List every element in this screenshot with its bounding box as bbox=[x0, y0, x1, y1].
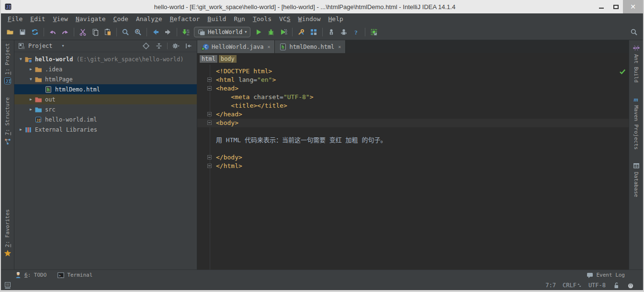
project-view-dropdown-icon[interactable]: ▼ bbox=[62, 44, 64, 48]
right-tool-button-maven-projects[interactable]: mMaven Projects bbox=[633, 95, 640, 150]
replace-button[interactable]: A bbox=[132, 26, 144, 38]
code-line-7[interactable]: <body> bbox=[197, 119, 629, 127]
copy-button[interactable] bbox=[89, 26, 102, 38]
menu-window[interactable]: Window bbox=[294, 15, 325, 22]
toggle-tool-buttons-icon[interactable] bbox=[4, 281, 11, 289]
android-sdk-button[interactable] bbox=[325, 26, 338, 38]
menu-code[interactable]: Code bbox=[110, 15, 132, 22]
lock-open-icon[interactable] bbox=[612, 281, 620, 289]
android-avd-button[interactable] bbox=[368, 26, 380, 38]
menu-view[interactable]: View bbox=[49, 15, 72, 22]
menu-help[interactable]: Help bbox=[325, 15, 347, 22]
make-project-button[interactable]: 011001 bbox=[180, 26, 192, 38]
run-coverage-button[interactable] bbox=[277, 26, 290, 38]
search-everywhere-button[interactable] bbox=[628, 26, 640, 38]
android-device-button[interactable] bbox=[338, 26, 350, 38]
tree-row--idea[interactable]: ▶.idea bbox=[14, 64, 197, 74]
project-panel-title[interactable]: Project bbox=[28, 43, 53, 49]
code-editor[interactable]: <!DOCTYPE html><html lang="en"><head> <m… bbox=[197, 65, 629, 270]
right-tool-button-database[interactable]: Database bbox=[633, 162, 640, 197]
expand-right-icon[interactable]: ▶ bbox=[17, 127, 24, 132]
close-tab-icon[interactable]: ✕ bbox=[267, 44, 270, 49]
tree-row-hello-world-iml[interactable]: JIhello-world.iml bbox=[14, 114, 197, 124]
fold-marker-icon[interactable] bbox=[207, 86, 212, 90]
fold-marker-icon[interactable] bbox=[207, 121, 212, 125]
synchronize-button[interactable] bbox=[29, 26, 41, 38]
code-line-12[interactable]: </html> bbox=[197, 162, 629, 170]
editor-tab-helloworld-java[interactable]: CHelloWorld.java✕ bbox=[197, 40, 275, 53]
settings-gear-button[interactable] bbox=[171, 41, 181, 51]
code-line-11[interactable]: </body> bbox=[197, 153, 629, 162]
menu-file[interactable]: File bbox=[4, 15, 26, 22]
open-folder-button[interactable] bbox=[4, 26, 16, 38]
run-config-selector[interactable]: HelloWorld▼ bbox=[194, 27, 250, 37]
expand-right-icon[interactable]: ▶ bbox=[27, 97, 34, 101]
tree-row-external-libraries[interactable]: ▶External Libraries bbox=[14, 124, 197, 135]
fold-marker-icon[interactable] bbox=[207, 155, 212, 159]
code-line-9[interactable]: 用 HTML 代码来表示：当前这一句需要 变红 加粗 的句子。 bbox=[197, 136, 629, 145]
code-line-3[interactable]: <head> bbox=[197, 84, 629, 93]
save-all-button[interactable] bbox=[16, 26, 29, 38]
code-line-2[interactable]: <html lang="en"> bbox=[197, 76, 629, 84]
redo-button[interactable] bbox=[59, 26, 71, 38]
collapse-all-button[interactable] bbox=[154, 41, 164, 51]
cut-button[interactable] bbox=[77, 26, 89, 38]
help-button[interactable]: ? bbox=[350, 26, 362, 38]
tree-row-htmlpage[interactable]: ▼htmlPage bbox=[14, 74, 197, 84]
right-tool-button-ant-build[interactable]: Ant Build bbox=[633, 44, 640, 83]
code-line-1[interactable]: <!DOCTYPE html> bbox=[197, 67, 629, 76]
close-tab-icon[interactable]: ✕ bbox=[338, 44, 341, 49]
forward-button[interactable] bbox=[162, 26, 174, 38]
fold-marker-icon[interactable] bbox=[207, 164, 212, 168]
close-button[interactable]: ✕ bbox=[623, 0, 643, 13]
menu-analyze[interactable]: Analyze bbox=[132, 15, 166, 22]
back-button[interactable] bbox=[149, 26, 162, 38]
caret-position[interactable]: 7:7 bbox=[545, 282, 556, 289]
breadcrumb-html[interactable]: html bbox=[200, 55, 217, 63]
code-line-4[interactable]: <meta charset="UTF-8"> bbox=[197, 93, 629, 101]
tree-row-out[interactable]: ▶out bbox=[14, 94, 197, 104]
menu-run[interactable]: Run bbox=[230, 15, 249, 22]
menu-tools[interactable]: Tools bbox=[249, 15, 275, 22]
bottom-tool-button-6-todo[interactable]: 6: TODO bbox=[14, 271, 46, 279]
editor-tab-htmldemo-html[interactable]: hhtmlDemo.html✕ bbox=[275, 40, 346, 53]
menu-build[interactable]: Build bbox=[203, 15, 230, 22]
code-line-5[interactable]: <title></title> bbox=[197, 101, 629, 110]
menu-vcs[interactable]: VCS bbox=[275, 15, 294, 22]
run-button[interactable] bbox=[252, 26, 265, 38]
expand-right-icon[interactable]: ▶ bbox=[27, 107, 34, 112]
left-tool-button-1-project[interactable]: 1: ProjectJI bbox=[4, 43, 11, 85]
tree-row-hello-world[interactable]: ▼hello-world(E:\git_work_space\hello-wor… bbox=[14, 54, 197, 64]
left-tool-button-2-favorites[interactable]: 2: Favorites bbox=[4, 209, 11, 257]
breadcrumb-body[interactable]: body bbox=[219, 55, 237, 63]
hide-panel-button[interactable] bbox=[184, 41, 193, 51]
code-line-6[interactable]: </head> bbox=[197, 110, 629, 119]
fold-marker-icon[interactable] bbox=[207, 78, 212, 82]
scroll-to-source-button[interactable] bbox=[141, 41, 151, 51]
code-line-8[interactable] bbox=[197, 127, 629, 136]
event-log-button[interactable]: Event Log bbox=[586, 271, 625, 279]
menu-navigate[interactable]: Navigate bbox=[72, 15, 110, 22]
expand-down-icon[interactable]: ▼ bbox=[17, 57, 24, 61]
tree-row-htmldemo-html[interactable]: hhtmlDemo.html bbox=[14, 84, 197, 94]
expand-right-icon[interactable]: ▶ bbox=[27, 67, 34, 71]
menu-refactor[interactable]: Refactor bbox=[166, 15, 204, 22]
menu-edit[interactable]: Edit bbox=[26, 15, 49, 22]
hector-inspector-icon[interactable] bbox=[627, 281, 634, 289]
line-separator-selector[interactable]: CRLF bbox=[563, 282, 582, 289]
debug-button[interactable] bbox=[265, 26, 277, 38]
minimize-button[interactable] bbox=[594, 0, 609, 13]
left-tool-button-7-structure[interactable]: 7: Structure bbox=[4, 97, 11, 145]
code-line-10[interactable] bbox=[197, 145, 629, 153]
bottom-tool-button-terminal[interactable]: >_Terminal bbox=[57, 271, 92, 279]
expand-down-icon[interactable]: ▼ bbox=[27, 77, 34, 81]
project-structure-button[interactable] bbox=[307, 26, 320, 38]
undo-button[interactable] bbox=[46, 26, 59, 38]
find-button[interactable] bbox=[119, 26, 132, 38]
settings-button[interactable] bbox=[295, 26, 307, 38]
paste-button[interactable] bbox=[102, 26, 114, 38]
file-encoding[interactable]: UTF-8 bbox=[588, 282, 606, 289]
maximize-button[interactable] bbox=[609, 0, 623, 13]
tree-row-src[interactable]: ▶src bbox=[14, 104, 197, 114]
fold-marker-icon[interactable] bbox=[207, 112, 212, 116]
